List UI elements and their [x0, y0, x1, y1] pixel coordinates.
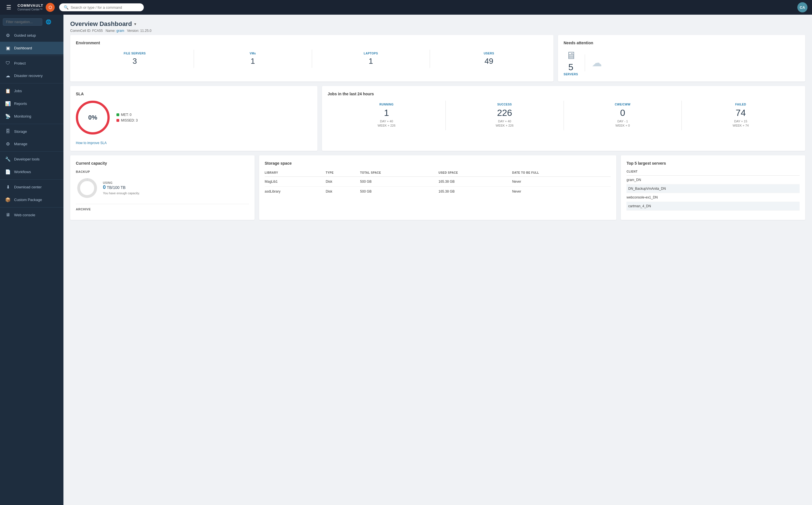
storage-icon: 🗄	[5, 129, 11, 134]
capacity-note: You have enough capacity.	[103, 191, 140, 195]
sidebar-item-label: Reports	[14, 102, 27, 106]
jobs-icon: 📋	[5, 88, 11, 94]
sla-improve-link[interactable]: How to improve SLA	[76, 141, 107, 145]
sidebar-divider-5	[0, 179, 63, 180]
needs-attention-card: Needs attention 🖥 5 SERVERS ☁	[558, 35, 805, 81]
search-icon: 🔍	[64, 5, 68, 10]
storage-title: Storage space	[265, 161, 611, 166]
jobs-card: Jobs in the last 24 hours RUNNING 1 DAY …	[322, 86, 805, 151]
file-servers-value: 3	[76, 57, 194, 66]
capacity-title: Current capacity	[76, 161, 249, 166]
sidebar-item-label: Manage	[14, 142, 27, 146]
search-bar[interactable]: 🔍	[59, 3, 144, 11]
success-label: SUCCESS	[446, 103, 564, 106]
running-metric[interactable]: RUNNING 1 DAY + 40 WEEK + 226	[328, 101, 446, 130]
page-header: Overview Dashboard ▾ CommCell ID: FCA55 …	[70, 20, 805, 33]
sidebar-item-label: Storage	[14, 129, 27, 134]
library-cell: asdLibrary	[265, 187, 326, 196]
sidebar-divider-2	[0, 83, 63, 83]
list-item[interactable]: gram_DN	[626, 176, 800, 184]
environment-metrics: FILE SERVERS 3 VMs 1 LAPTOPS 1 USERS 49	[76, 50, 548, 68]
sidebar-item-guided-setup[interactable]: ⚙ Guided setup	[0, 29, 63, 42]
logo-area: COMMVAULT Command Center™ ⬡	[17, 3, 55, 12]
failed-metric[interactable]: FAILED 74 DAY + 15 WEEK + 74	[682, 101, 800, 130]
using-label: USING	[103, 181, 140, 184]
developer-tools-icon: 🔧	[5, 157, 11, 162]
sidebar-item-label: Jobs	[14, 89, 22, 93]
sidebar-item-jobs[interactable]: 📋 Jobs	[0, 85, 63, 97]
sidebar-item-manage[interactable]: ⚙ Manage	[0, 138, 63, 150]
sidebar-item-web-console[interactable]: 🖥 Web console	[0, 209, 63, 221]
vms-value: 1	[194, 57, 312, 66]
globe-button[interactable]: 🌐	[44, 18, 52, 26]
cwe-value: 0	[564, 108, 682, 118]
sidebar-divider-4	[0, 151, 63, 152]
sla-circle: 0%	[76, 101, 110, 135]
library-header: LIBRARY	[265, 170, 326, 177]
cwe-metric[interactable]: CWE/CWW 0 DAY - 1 WEEK + 0	[564, 101, 682, 130]
sidebar-item-storage[interactable]: 🗄 Storage	[0, 125, 63, 138]
sidebar-item-download-center[interactable]: ⬇ Download center	[0, 181, 63, 193]
jobs-metrics: RUNNING 1 DAY + 40 WEEK + 226 SUCCESS 22…	[328, 101, 800, 130]
date-full-header: DATE TO BE FULL	[512, 170, 611, 177]
capacity-donut-chart	[76, 177, 98, 199]
sla-legend-missed: MISSED: 3	[117, 119, 138, 122]
attention-title: Needs attention	[564, 41, 800, 45]
missed-label: MISSED: 3	[121, 119, 138, 122]
filter-navigation-input[interactable]	[3, 18, 42, 26]
met-label: MET: 0	[121, 113, 132, 117]
sidebar-item-protect[interactable]: 🛡 Protect	[0, 57, 63, 69]
total-cell: 500 GB	[360, 187, 438, 196]
hamburger-menu[interactable]: ☰	[5, 2, 13, 12]
cloud-attention-icon: ☁	[592, 57, 602, 69]
commcell-name-link[interactable]: gram	[117, 29, 124, 33]
file-servers-metric[interactable]: FILE SERVERS 3	[76, 50, 194, 68]
sidebar-item-label: Workflows	[14, 170, 31, 174]
sidebar-item-monitoring[interactable]: 📡 Monitoring	[0, 110, 63, 123]
users-metric[interactable]: USERS 49	[430, 50, 548, 68]
logo-text: COMMVAULT Command Center™	[17, 3, 43, 11]
web-console-icon: 🖥	[5, 212, 11, 217]
archive-section-title: ARCHIVE	[76, 207, 249, 211]
dashboard-icon: ▣	[5, 45, 11, 51]
page-meta: CommCell ID: FCA55 Name: gram Version: 1…	[70, 29, 805, 33]
sidebar-item-label: Monitoring	[14, 114, 31, 119]
vms-label: VMs	[194, 52, 312, 55]
vms-metric[interactable]: VMs 1	[194, 50, 312, 68]
laptops-value: 1	[312, 57, 430, 66]
environment-title: Environment	[76, 41, 548, 45]
list-item[interactable]: cartman_4_DN	[626, 202, 800, 211]
used-space-header: USED SPACE	[438, 170, 512, 177]
top-nav: ☰ COMMVAULT Command Center™ ⬡ 🔍 CA	[0, 0, 812, 15]
sla-card: SLA 0% MET: 0 MISSED: 3 How to i	[70, 86, 318, 151]
used-cell: 165.38 GB	[438, 177, 512, 187]
dashboard-dropdown-icon[interactable]: ▾	[134, 22, 136, 26]
avatar[interactable]: CA	[797, 2, 807, 12]
storage-table: LIBRARY TYPE TOTAL SPACE USED SPACE DATE…	[265, 170, 611, 196]
sla-content: 0% MET: 0 MISSED: 3	[76, 101, 312, 135]
laptops-metric[interactable]: LAPTOPS 1	[312, 50, 430, 68]
sidebar-item-custom-package[interactable]: 📦 Custom Package	[0, 193, 63, 206]
sidebar-item-label: Disaster recovery	[14, 73, 43, 78]
success-value: 226	[446, 108, 564, 118]
laptops-label: LAPTOPS	[312, 52, 430, 55]
sidebar-item-disaster-recovery[interactable]: ☁ Disaster recovery	[0, 69, 63, 82]
sla-legend: MET: 0 MISSED: 3	[117, 113, 138, 122]
list-item[interactable]: DN_BackupVmAnita_DN	[626, 184, 800, 193]
client-header: CLIENT	[626, 170, 800, 176]
sidebar-item-dashboard[interactable]: ▣ Dashboard	[0, 42, 63, 54]
list-item[interactable]: webconsole-ex1_DN	[626, 193, 800, 202]
first-row: Environment FILE SERVERS 3 VMs 1 LAPTOPS…	[70, 35, 805, 81]
search-input[interactable]	[71, 5, 139, 10]
sidebar-item-developer-tools[interactable]: 🔧 Developer tools	[0, 153, 63, 166]
cloud-attention-item[interactable]: ☁	[592, 57, 602, 69]
page-title-row: Overview Dashboard ▾	[70, 20, 805, 28]
missed-dot	[117, 119, 119, 122]
sidebar-item-workflows[interactable]: 📄 Workflows	[0, 166, 63, 178]
capacity-card: Current capacity BACKUP USING 0 TB/100 T…	[70, 155, 255, 220]
cwe-label: CWE/CWW	[564, 103, 682, 106]
sidebar-item-reports[interactable]: 📊 Reports	[0, 97, 63, 110]
servers-attention-item[interactable]: 🖥 5 SERVERS	[564, 50, 578, 76]
storage-space-card: Storage space LIBRARY TYPE TOTAL SPACE U…	[259, 155, 617, 220]
success-metric[interactable]: SUCCESS 226 DAY + 40 WEEK + 226	[446, 101, 564, 130]
